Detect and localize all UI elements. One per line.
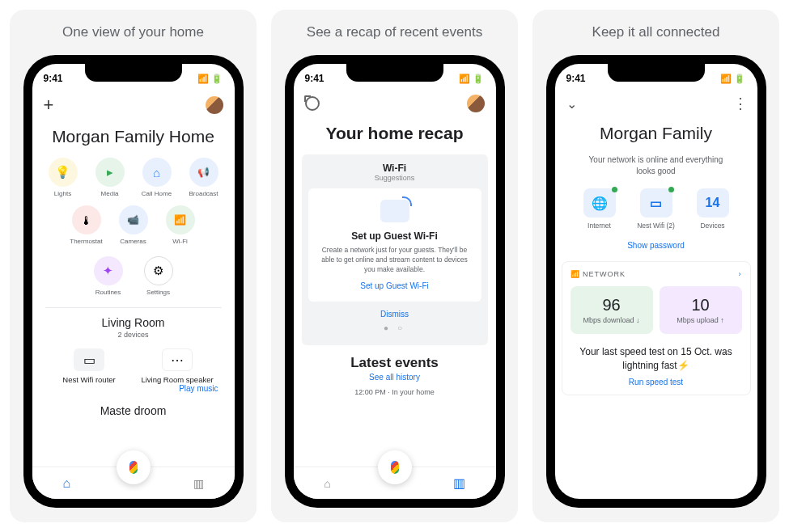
latest-events-heading: Latest events xyxy=(294,355,496,371)
lights-icon: 💡 xyxy=(49,158,78,187)
phone-screen: 9:41 📶 🔋 ⌄ ⋮ Morgan Family Your network … xyxy=(555,64,757,499)
status-time: 9:41 xyxy=(305,73,325,84)
wifi-icon: 📶 xyxy=(166,205,195,234)
dismiss-link[interactable]: Dismiss xyxy=(308,310,481,319)
add-button[interactable]: + xyxy=(44,95,54,116)
avatar[interactable] xyxy=(467,95,485,112)
play-music-link[interactable]: Play music xyxy=(32,384,235,393)
upload-speed: 10Mbps upload ↑ xyxy=(660,286,742,334)
status-time: 9:41 xyxy=(44,73,63,84)
avatar[interactable] xyxy=(206,96,223,114)
router-icon: ▭ xyxy=(74,348,104,371)
panel-recap: See a recap of recent events 9:41 📶 🔋 Yo… xyxy=(271,10,518,522)
call-home-button[interactable]: ⌂Call Home xyxy=(134,158,180,197)
wifi-small-icon: 📶 NETWORK xyxy=(571,270,626,278)
tagline: See a recap of recent events xyxy=(307,24,482,40)
notch xyxy=(346,64,443,82)
speaker-icon: ⋯ xyxy=(162,348,193,371)
chevron-right-icon: › xyxy=(739,270,742,278)
guest-wifi-card: Set up Guest Wi-Fi Create a network just… xyxy=(308,188,481,302)
network-card: 📶 NETWORK › 96Mbps download ↓ 10Mbps upl… xyxy=(562,261,751,395)
wifi-suggestion-box: Wi-Fi Suggestions Set up Guest Wi-Fi Cre… xyxy=(302,154,488,345)
devices-button[interactable]: 14Devices xyxy=(688,188,738,230)
phone-frame: 9:41 📶 🔋 + Morgan Family Home 💡Lights ▸M… xyxy=(23,55,244,508)
wifi-button[interactable]: 📶Wi-Fi xyxy=(158,205,203,245)
network-items: 🌐Internet ▭Nest Wifi (2) 14Devices xyxy=(555,188,757,230)
setup-guest-wifi-link[interactable]: Set up Guest Wi-Fi xyxy=(316,281,473,290)
globe-icon: 🌐 xyxy=(583,188,616,217)
media-button[interactable]: ▸Media xyxy=(87,158,133,197)
chevron-down-icon[interactable]: ⌄ xyxy=(566,96,577,112)
network-card-header[interactable]: 📶 NETWORK › xyxy=(571,270,742,278)
divider xyxy=(45,307,222,308)
card-heading: Set up Guest Wi-Fi xyxy=(316,230,473,242)
top-bar: + xyxy=(32,88,235,122)
device-count: 14 xyxy=(697,188,729,217)
status-indicators: 📶 🔋 xyxy=(459,74,484,84)
phone-screen: 9:41 📶 🔋 + Morgan Family Home 💡Lights ▸M… xyxy=(32,64,235,499)
see-all-history-link[interactable]: See all history xyxy=(294,373,496,382)
nest-wifi-button[interactable]: ▭Nest Wifi (2) xyxy=(631,188,681,230)
box-subtitle: Suggestions xyxy=(308,174,481,182)
routines-button[interactable]: ✦Routines xyxy=(86,256,131,296)
speed-test-message: Your last speed test on 15 Oct. was ligh… xyxy=(574,345,739,373)
event-row[interactable]: 12:00 PM · In your home xyxy=(294,388,496,396)
nav-feed-icon[interactable]: ▥ xyxy=(453,475,465,491)
broadcast-icon: 📢 xyxy=(189,158,218,187)
internet-button[interactable]: 🌐Internet xyxy=(575,188,625,230)
phone-frame: 9:41 📶 🔋 Your home recap Wi-Fi Suggestio… xyxy=(285,55,505,508)
media-icon: ▸ xyxy=(95,158,125,187)
box-title: Wi-Fi xyxy=(308,163,481,174)
routines-icon: ✦ xyxy=(94,256,123,285)
panel-home-view: One view of your home 9:41 📶 🔋 + Morgan … xyxy=(10,10,257,522)
notch xyxy=(608,64,705,82)
home-icon: ⌂ xyxy=(142,158,172,187)
nav-home-icon[interactable]: ⌂ xyxy=(62,476,70,491)
device-speaker[interactable]: ⋯Living Room speaker xyxy=(137,348,218,384)
top-bar xyxy=(294,88,496,119)
quick-actions-row1: 💡Lights ▸Media ⌂Call Home 📢Broadcast xyxy=(32,158,235,197)
thermostat-button[interactable]: 🌡Thermostat xyxy=(64,205,109,245)
status-indicators: 📶 🔋 xyxy=(197,74,223,84)
home-title: Morgan Family Home xyxy=(32,122,235,158)
history-icon[interactable] xyxy=(305,96,320,111)
speed-row: 96Mbps download ↓ 10Mbps upload ↑ xyxy=(571,286,742,334)
status-indicators: 📶 🔋 xyxy=(720,74,745,84)
quick-actions-row3: ✦Routines ⚙Settings xyxy=(32,256,235,296)
gear-icon: ⚙ xyxy=(144,256,173,285)
device-nest-wifi[interactable]: ▭Nest Wifi router xyxy=(49,348,129,384)
nav-feed-icon[interactable]: ▥ xyxy=(193,477,204,490)
status-time: 9:41 xyxy=(566,73,586,84)
cameras-button[interactable]: 📹Cameras xyxy=(111,205,156,245)
status-dot xyxy=(668,187,674,192)
assistant-fab[interactable] xyxy=(378,450,412,484)
panel-network: Keep it all connected 9:41 📶 🔋 ⌄ ⋮ Morga… xyxy=(532,10,779,522)
nav-home-icon[interactable]: ⌂ xyxy=(324,477,330,490)
show-password-link[interactable]: Show password xyxy=(555,241,757,250)
device-row: ▭Nest Wifi router ⋯Living Room speaker xyxy=(32,339,235,384)
phone-frame: 9:41 📶 🔋 ⌄ ⋮ Morgan Family Your network … xyxy=(546,55,766,508)
run-speed-test-link[interactable]: Run speed test xyxy=(571,378,742,386)
tagline: Keep it all connected xyxy=(592,24,720,40)
card-body: Create a network just for your guests. T… xyxy=(316,246,473,275)
more-menu-icon[interactable]: ⋮ xyxy=(733,95,746,112)
settings-button[interactable]: ⚙Settings xyxy=(136,256,181,296)
download-speed: 96Mbps download ↓ xyxy=(571,286,653,334)
status-dot xyxy=(612,187,617,192)
top-bar: ⌄ ⋮ xyxy=(555,88,757,119)
lights-button[interactable]: 💡Lights xyxy=(40,158,86,197)
pager-dots: ● ○ xyxy=(308,323,481,332)
room-device-count: 2 devices xyxy=(32,331,235,339)
network-name: Morgan Family xyxy=(555,119,757,154)
notch xyxy=(85,64,182,82)
mic-icon xyxy=(129,461,138,474)
broadcast-button[interactable]: 📢Broadcast xyxy=(181,158,227,197)
thermostat-icon: 🌡 xyxy=(72,205,101,234)
room2-name: Maste droom xyxy=(32,404,235,417)
phone-screen: 9:41 📶 🔋 Your home recap Wi-Fi Suggestio… xyxy=(294,64,496,499)
tagline: One view of your home xyxy=(62,24,204,40)
network-status: Your network is online and everything lo… xyxy=(555,154,757,188)
guest-wifi-icon xyxy=(380,200,409,222)
router-icon: ▭ xyxy=(640,188,672,217)
assistant-fab[interactable] xyxy=(117,450,151,484)
